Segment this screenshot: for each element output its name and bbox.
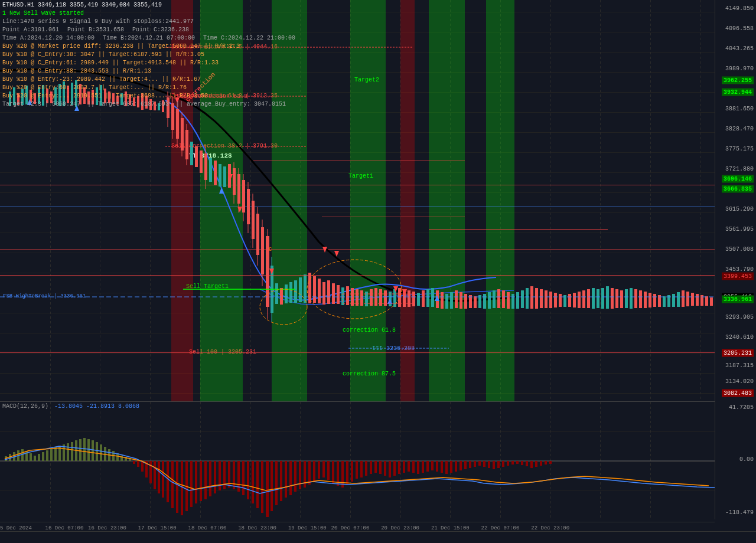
svg-rect-56 (223, 166, 226, 187)
svg-rect-125 (507, 292, 510, 309)
svg-rect-139 (573, 293, 576, 308)
svg-rect-124 (502, 290, 505, 308)
time-10: 22 Dec 07:00 (481, 525, 520, 531)
price-3336: 3336.961 (722, 295, 754, 303)
svg-rect-78 (285, 284, 288, 303)
target-lines: Target 42:3 | 5060.247 || Target 685: 61… (2, 100, 295, 109)
svg-rect-163 (686, 292, 689, 306)
line-text: Line:1470 (2, 18, 34, 25)
svg-rect-249 (360, 461, 363, 477)
top-info-panel: ETHUSD.H1 3349,118 3355,419 3340,084 335… (2, 1, 295, 109)
target-423: Target 42:3 | 5060.247 (2, 101, 80, 107)
svg-rect-178 (42, 452, 44, 461)
svg-rect-255 (389, 461, 391, 477)
svg-rect-162 (682, 290, 685, 307)
price-3932: 3932.944 (722, 89, 754, 96)
svg-rect-216 (204, 461, 207, 499)
wave-curve-blue (165, 100, 496, 300)
svg-rect-177 (38, 454, 40, 461)
buy-line-4: Buy %10 @ C_Entry:88: 2843.553 || R/R:1.… (2, 67, 295, 76)
svg-rect-219 (219, 461, 221, 490)
svg-rect-207 (162, 461, 164, 498)
svg-rect-256 (393, 461, 396, 476)
price-3187: 3187.315 (725, 362, 754, 368)
svg-rect-280 (507, 461, 509, 466)
series-text: series 9 Signal 9 (38, 18, 98, 25)
svg-rect-258 (403, 461, 405, 473)
svg-rect-225 (247, 461, 249, 499)
svg-rect-259 (408, 461, 410, 472)
svg-rect-266 (441, 461, 443, 473)
signal-line: 1 New Sell wave started (2, 9, 295, 18)
svg-rect-284 (526, 461, 528, 466)
svg-rect-231 (275, 461, 278, 505)
svg-rect-278 (497, 461, 500, 468)
price-4096: 4096.558 (725, 25, 754, 31)
target-685: || Target 685: 6187.593 (87, 101, 169, 107)
svg-rect-234 (289, 461, 292, 495)
svg-rect-53 (209, 158, 212, 182)
svg-rect-268 (450, 461, 452, 473)
svg-rect-146 (606, 286, 609, 309)
svg-rect-185 (71, 442, 73, 461)
svg-rect-215 (200, 461, 202, 501)
svg-rect-277 (493, 461, 495, 469)
svg-rect-262 (422, 461, 424, 473)
svg-rect-115 (460, 292, 462, 309)
svg-rect-257 (398, 461, 400, 474)
buy-line-5: Buy %10 @ Entry:-23: 2989.442 || Target:… (2, 76, 295, 84)
svg-rect-86 (322, 282, 325, 305)
svg-rect-118 (474, 296, 477, 308)
svg-rect-175 (30, 453, 32, 461)
svg-rect-263 (426, 461, 429, 472)
macd-price-axis: 41.7205 0.00 -118.479 (715, 401, 756, 519)
chart-container: C Sell correction 87.5 | 4044.16 Sell co… (0, 0, 756, 543)
svg-rect-235 (294, 461, 296, 492)
price-3696: 3696.146 (722, 175, 754, 182)
svg-rect-136 (559, 294, 562, 307)
price-3881: 3881.650 (725, 105, 754, 112)
signal-type-text: Buy with stoploss:2441.977 (102, 18, 194, 25)
price-3666: 3666.835 (722, 185, 754, 192)
bottom-bar (0, 531, 756, 543)
svg-rect-288 (545, 461, 547, 465)
svg-rect-164 (691, 293, 694, 306)
svg-rect-55 (219, 164, 221, 187)
svg-rect-153 (639, 290, 642, 308)
buy-line-3: Buy %10 @ C_Entry:61: 2989.449 || Target… (2, 59, 295, 67)
svg-rect-140 (578, 292, 581, 308)
svg-rect-217 (209, 461, 211, 496)
price-3399: 3399.453 (722, 272, 754, 280)
svg-rect-135 (554, 293, 557, 308)
time-11: 22 Dec 23:00 (531, 525, 569, 531)
svg-rect-267 (445, 461, 448, 474)
macd-42: 41.7205 (729, 404, 754, 411)
svg-rect-187 (79, 439, 82, 461)
svg-rect-116 (464, 294, 467, 309)
macd-histogram (5, 438, 552, 517)
svg-rect-134 (549, 292, 552, 308)
svg-rect-106 (417, 293, 420, 306)
ohlc-text: 3349,118 3355,419 3340,084 3355,419 (38, 2, 162, 8)
svg-rect-287 (540, 461, 542, 466)
svg-rect-206 (158, 461, 160, 493)
price-axis: 4149.850 4096.558 4043.265 3989.970 3962… (715, 0, 756, 401)
svg-rect-208 (167, 461, 169, 502)
price-3082: 3082.483 (722, 390, 754, 397)
svg-rect-121 (488, 292, 491, 309)
price-3989: 3989.970 (725, 65, 754, 71)
svg-rect-228 (261, 461, 263, 513)
svg-rect-196 (116, 453, 119, 461)
svg-rect-147 (611, 288, 614, 309)
svg-rect-156 (653, 294, 656, 307)
svg-rect-161 (677, 292, 680, 307)
time-6: 19 Dec 15:00 (288, 525, 327, 531)
svg-rect-276 (488, 461, 490, 468)
time-5: 18 Dec 23:00 (238, 525, 276, 531)
svg-rect-132 (540, 289, 543, 308)
svg-rect-154 (644, 292, 647, 308)
svg-rect-102 (398, 288, 401, 307)
svg-rect-250 (365, 461, 367, 476)
svg-rect-149 (620, 290, 623, 308)
macd-neg118: -118.479 (725, 509, 754, 516)
